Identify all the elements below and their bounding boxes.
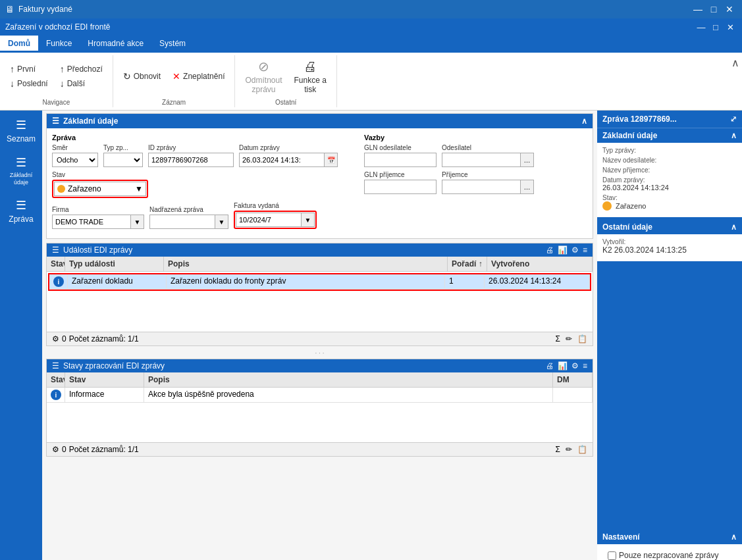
events-row1-poradi: 1 [445,274,485,289]
sidebar-btn-zprava[interactable]: ☰ Zpráva [0,193,42,228]
prijemce-input[interactable] [442,180,521,194]
gln-prijemce-input[interactable] [364,180,437,194]
sum-icon[interactable]: Σ [556,334,560,344]
menu-item-hromadne-akce[interactable]: Hromadné akce [80,36,151,53]
prijemce-btn[interactable]: … [521,180,534,194]
ribbon-btn-prvni[interactable]: ↑ První [5,62,53,76]
right-basic-body: Typ zprávy: Název odesílatele: Název pří… [597,143,742,217]
predchozi-label: Předchozí [67,64,103,74]
export-icon[interactable]: 📋 [577,334,587,344]
menu-item-funkce[interactable]: Funkce [38,36,80,53]
ribbon-group-zaznam: ↻ Obnovit ✕ Zneplatnění Záznam [113,55,236,107]
print-table-icon[interactable]: 🖨 [546,245,554,255]
datum-calendar-btn[interactable]: 📅 [325,153,338,167]
nadrazena-btn[interactable]: ▼ [215,215,228,229]
more-icon[interactable]: ≡ [583,245,587,255]
states-footer: ⚙ 0 Počet záznamů: 1/1 Σ ✏ 📋 [47,442,593,456]
nadrazena-input[interactable] [149,215,215,229]
states-toolbar-icons: 🖨 📊 ⚙ ≡ [546,361,587,370]
gln-odesilatel-input[interactable] [364,153,437,167]
ribbon-btn-predchozi[interactable]: ↑ Předchozí [55,62,107,76]
nastaveni-collapse-icon: ∧ [731,532,737,542]
states-sum-icon[interactable]: Σ [556,445,560,454]
nezpracovane-checkbox[interactable] [608,551,616,560]
firma-input[interactable] [52,215,131,229]
states-row1-stav2: Informace [65,388,144,402]
menu-item-domu[interactable]: Domů [0,36,38,53]
ribbon-collapse-btn[interactable]: ∧ [729,57,742,69]
right-basic-section: Základní údaje ∧ Typ zprávy: Název odesí… [597,128,742,217]
ribbon: ↑ První ↓ Poslední ↑ Předchozí ↓ Další [0,53,742,111]
ribbon-btn-obnovit[interactable]: ↻ Obnovit [119,69,165,84]
odesilatel-input[interactable] [442,153,521,167]
close-button[interactable]: ✕ [722,2,737,16]
sub-maximize-button[interactable]: □ [709,20,722,34]
zprava-label: Zpráva [9,215,33,224]
nastaveni-header[interactable]: Nastavení ∧ [597,530,742,544]
stav-dropdown-icon[interactable]: ▼ [135,184,143,193]
right-panel-expand-icon[interactable]: ⤢ [730,115,737,124]
app-title: Faktury vydané [18,5,72,14]
ribbon-btn-dalsi[interactable]: ↓ Další [55,76,107,91]
minimize-button[interactable]: — [691,2,705,16]
datum-zpravy-container: 📅 [239,153,338,167]
right-vytvoril-date: 26.03.2024 14:13:25 [614,245,687,255]
ribbon-btn-odmitnout[interactable]: ⊘ Odmítnoutzprávu [240,55,286,97]
ribbon-btn-posledni[interactable]: ↓ Poslední [5,76,53,91]
nastaveni-section: Nastavení ∧ Pouze nezpracované zprávy [597,530,742,560]
odesilatel-field: Odesílatel … [442,144,534,167]
stav-field: Stav Zařazeno ▼ [52,171,148,198]
collapse-icon[interactable]: ∧ [581,116,587,126]
firma-btn[interactable]: ▼ [131,215,144,229]
states-title: Stavy zpracování EDI zprávy [63,361,165,370]
right-basic-header[interactable]: Základní údaje ∧ [597,128,742,143]
faktura-btn[interactable]: ▼ [302,213,315,227]
more-states-icon[interactable]: ≡ [583,361,587,370]
events-col-typ: Typ události [65,257,164,271]
faktura-input[interactable] [236,213,302,227]
stav-container: Zařazeno ▼ [54,182,146,196]
states-row1-dm [553,388,593,402]
sub-close-button[interactable]: ✕ [724,20,737,34]
id-zpravy-input[interactable] [148,153,234,167]
vazby-row1: GLN odesílatele Odesílatel … [364,144,534,167]
sidebar-btn-seznam[interactable]: ☰ Seznam [0,113,42,148]
datum-zpravy-input[interactable] [239,153,325,167]
chart-icon[interactable]: 📊 [558,245,568,255]
typ-zpr-select[interactable] [103,153,143,167]
maximize-button[interactable]: □ [706,2,721,16]
chart-states-icon[interactable]: 📊 [558,361,568,370]
settings-table-icon[interactable]: ⚙ [571,245,579,255]
right-other-header[interactable]: Ostatní údaje ∧ [597,220,742,234]
states-footer-settings-icon[interactable]: ⚙ [52,445,59,454]
odesilatel-label: Odesílatel [442,144,534,151]
smer-select[interactable]: Odcho [52,153,98,167]
gln-prijemce-label: GLN příjemce [364,171,437,178]
states-footer-zero: 0 [62,445,66,454]
events-toolbar: ☰ Události EDI zprávy 🖨 📊 ⚙ ≡ [47,243,593,257]
events-col-popis: Popis [164,257,448,271]
states-edit-icon[interactable]: ✏ [566,445,572,454]
settings-states-icon[interactable]: ⚙ [571,361,579,370]
events-row-1[interactable]: i Zařazení dokladu Zařazení dokladu do f… [49,274,590,290]
firma-container: ▼ [52,215,144,229]
edit-icon[interactable]: ✏ [566,334,572,344]
states-export-icon[interactable]: 📋 [577,445,587,454]
vazby-row2: GLN příjemce Příjemce … [364,171,534,194]
right-nazev-odesilatel-label: Název odesílatele: [602,157,737,164]
menu-item-system[interactable]: Systém [151,36,194,53]
right-panel-header: Zpráva 128977869... ⤢ [597,111,742,128]
ribbon-btn-zneplatneni[interactable]: ✕ Zneplatnění [168,69,229,84]
sidebar-btn-zakladni-udaje[interactable]: ☰ Základníúdaje [0,151,42,191]
nadrazena-container: ▼ [149,215,228,229]
states-row-1[interactable]: i Informace Akce byla úspěšně provedena [47,388,593,403]
print-states-icon[interactable]: 🖨 [546,361,554,370]
sub-minimize-button[interactable]: — [695,20,708,34]
typ-zpr-field: Typ zp... [103,144,143,167]
main-layout: ☰ Seznam ☰ Základníúdaje ☰ Zpráva ☰ Zákl… [0,111,742,560]
events-footer-settings-icon[interactable]: ⚙ [52,334,59,344]
ribbon-btn-funkce-tisk[interactable]: 🖨 Funkce atisk [290,56,331,97]
right-other-section: Ostatní údaje ∧ Vytvořil: K2 26.03.2024 … [597,220,742,261]
odesilatel-btn[interactable]: … [521,153,534,167]
zprava-form-title: Zpráva [52,134,338,141]
